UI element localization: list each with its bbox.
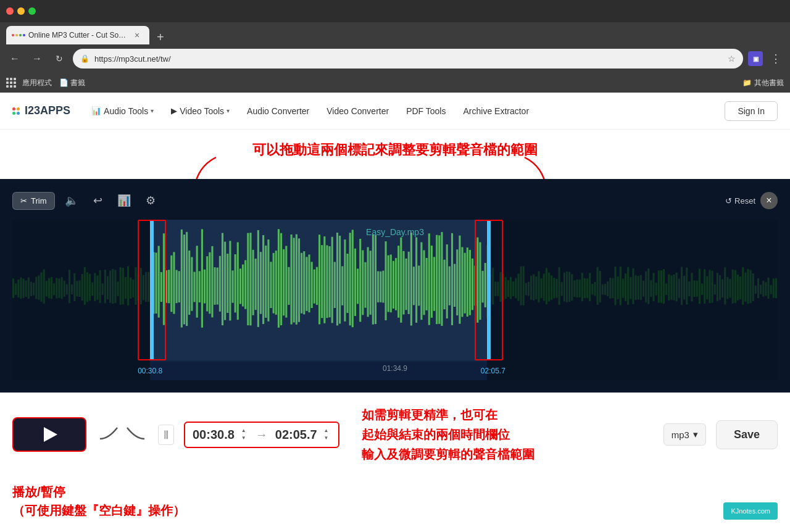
annotation-right-text: 如需剪輯更精準，也可在 起始與結束的兩個時間欄位 輸入及微調要剪輯的聲音檔範圍 xyxy=(362,405,654,464)
fade-buttons xyxy=(96,423,148,446)
other-bookmarks-folder-icon: 📁 xyxy=(742,78,752,87)
browser-menu-button[interactable]: ⋮ xyxy=(768,49,784,68)
waveform-view-button[interactable]: 📊 xyxy=(112,191,136,210)
right-handle[interactable] xyxy=(487,220,491,360)
minimize-window-button[interactable] xyxy=(17,7,25,15)
video-tools-label: Video Tools xyxy=(180,106,224,116)
end-time-up[interactable]: ▲ xyxy=(323,428,330,434)
fade-in-icon xyxy=(99,425,118,440)
logo-dot-blue xyxy=(17,112,20,115)
left-dark-overlay xyxy=(12,220,150,380)
trim-button[interactable]: ✂ Trim xyxy=(12,192,55,210)
volume-button[interactable]: 🔈 xyxy=(60,191,83,210)
video-tools-icon: ▶ xyxy=(171,106,177,115)
format-chevron: ▾ xyxy=(693,429,698,440)
forward-button[interactable]: → xyxy=(28,50,46,67)
close-window-button[interactable] xyxy=(6,7,14,15)
sign-in-button[interactable]: Sign In xyxy=(725,101,778,121)
active-tab[interactable]: Online MP3 Cutter - Cut Songs... × xyxy=(6,26,149,44)
reload-button[interactable]: ↻ xyxy=(51,50,68,67)
archive-extractor-label: Archive Extractor xyxy=(463,106,529,116)
pdf-tools-label: PDF Tools xyxy=(406,106,446,116)
window-controls xyxy=(6,7,36,15)
tab-dot-red xyxy=(12,34,14,36)
trim-label: Trim xyxy=(31,196,47,206)
app-navigation: I23APPS 📊 Audio Tools ▾ ▶ Video Tools ▾ … xyxy=(0,93,790,130)
other-bookmarks[interactable]: 📁 其他書籤 xyxy=(742,78,784,88)
tab-title: Online MP3 Cutter - Cut Songs... xyxy=(28,31,127,39)
lock-icon: 🔒 xyxy=(80,54,89,63)
tab-dot-green xyxy=(19,34,22,36)
address-text: https://mp3cut.net/tw/ xyxy=(94,54,723,64)
play-icon xyxy=(44,427,57,442)
annotation-bottom-left: 播放/暫停 （可使用鍵盤『空白鍵』操作） xyxy=(0,476,790,532)
browser-chrome: Online MP3 Cutter - Cut Songs... × + ← →… xyxy=(0,0,790,93)
annotation-bottom-left-text: 播放/暫停 （可使用鍵盤『空白鍵』操作） xyxy=(12,483,778,520)
audio-tools-chevron: ▾ xyxy=(151,107,154,114)
close-editor-button[interactable]: × xyxy=(760,192,778,209)
end-time-input[interactable]: 02:05.7 xyxy=(275,428,317,442)
new-tab-button[interactable]: + xyxy=(154,30,167,44)
annotation-right-line1: 如需剪輯更精準，也可在 xyxy=(362,408,497,422)
logo-dot-yellow xyxy=(17,107,20,110)
reset-icon: ↺ xyxy=(725,196,732,206)
maximize-window-button[interactable] xyxy=(28,7,36,15)
nav-item-pdf-tools[interactable]: PDF Tools xyxy=(397,101,454,121)
extension-icon[interactable]: ▣ xyxy=(748,51,763,66)
start-time-down[interactable]: ▼ xyxy=(241,435,247,441)
reset-button[interactable]: ↺ Reset xyxy=(725,196,755,206)
time-inputs[interactable]: 00:30.8 ▲ ▼ → 02:05.7 ▲ ▼ xyxy=(184,422,339,448)
watermark-text: KJnotes.com xyxy=(731,507,770,515)
start-time-spinners[interactable]: ▲ ▼ xyxy=(241,428,247,441)
editor-toolbar: ✂ Trim 🔈 ↩ 📊 ⚙ ↺ Reset × xyxy=(12,191,778,210)
video-converter-label: Video Converter xyxy=(326,106,389,116)
title-bar xyxy=(0,0,790,22)
format-value: mp3 xyxy=(672,430,689,440)
waveform-container: Easy_Day.mp3 /* generated via data bindi… xyxy=(12,220,778,380)
back-button[interactable]: ← xyxy=(6,50,23,67)
bottom-toolbar: ⦀ 00:30.8 ▲ ▼ → 02:05.7 ▲ ▼ 如需剪輯更精準，也可在 … xyxy=(0,393,790,476)
bookmarks-label[interactable]: 📄 書籤 xyxy=(59,78,85,88)
end-time-value: 02:05.7 xyxy=(275,428,317,442)
annotation-right-line3: 輸入及微調要剪輯的聲音檔範圍 xyxy=(362,447,534,461)
fade-in-button[interactable] xyxy=(96,423,121,446)
annotation-area-top: 可以拖動這兩個標記來調整要剪輯聲音檔的範圍 xyxy=(0,130,790,179)
logo-text: I23APPS xyxy=(25,104,70,117)
nav-item-video-converter[interactable]: Video Converter xyxy=(318,101,397,121)
audio-converter-label: Audio Converter xyxy=(247,106,309,116)
nav-item-video-tools[interactable]: ▶ Video Tools ▾ xyxy=(162,101,238,121)
play-button[interactable] xyxy=(12,417,86,452)
end-time-down[interactable]: ▼ xyxy=(323,435,330,441)
address-input-wrap[interactable]: 🔒 https://mp3cut.net/tw/ ☆ xyxy=(73,49,743,69)
start-time-up[interactable]: ▲ xyxy=(241,428,247,434)
app-logo[interactable]: I23APPS xyxy=(12,104,70,117)
annotation-top-text: 可以拖動這兩個標記來調整要剪輯聲音檔的範圍 xyxy=(25,141,765,159)
fade-out-button[interactable] xyxy=(123,423,148,446)
tab-close-button[interactable]: × xyxy=(132,30,142,40)
nav-item-audio-tools[interactable]: 📊 Audio Tools ▾ xyxy=(83,101,162,121)
scissors-icon: ✂ xyxy=(20,196,27,206)
nav-item-archive-extractor[interactable]: Archive Extractor xyxy=(454,101,538,121)
left-handle[interactable]: 00:30.8 xyxy=(150,220,154,360)
keyboard-hint-label: （可使用鍵盤『空白鍵』操作） xyxy=(12,504,185,517)
bookmarks-bar: 應用程式 📄 書籤 📁 其他書籤 xyxy=(0,73,790,93)
logo-dots xyxy=(12,107,21,115)
annotation-right-line2: 起始與結束的兩個時間欄位 xyxy=(362,428,510,441)
center-time-label: 01:34.9 xyxy=(383,364,407,373)
start-time-input[interactable]: 00:30.8 xyxy=(193,428,235,442)
save-button[interactable]: Save xyxy=(716,420,778,449)
nav-item-audio-converter[interactable]: Audio Converter xyxy=(238,101,318,121)
left-handle-time-bottom: 00:30.8 xyxy=(138,367,162,375)
reset-label: Reset xyxy=(734,196,755,206)
undo-button[interactable]: ↩ xyxy=(88,191,107,210)
right-dark-overlay xyxy=(487,220,778,380)
end-time-spinners[interactable]: ▲ ▼ xyxy=(323,428,330,441)
time-separator: → xyxy=(256,428,268,442)
split-button[interactable]: ⦀ xyxy=(158,425,174,445)
format-select[interactable]: mp3 ▾ xyxy=(663,423,706,446)
annotation-right: 如需剪輯更精準，也可在 起始與結束的兩個時間欄位 輸入及微調要剪輯的聲音檔範圍 xyxy=(349,405,654,464)
watermark: KJnotes.com xyxy=(723,502,778,520)
settings-button[interactable]: ⚙ xyxy=(141,191,160,210)
bookmark-apps[interactable]: 應用程式 xyxy=(6,78,52,88)
tab-dot-yellow xyxy=(15,34,18,36)
